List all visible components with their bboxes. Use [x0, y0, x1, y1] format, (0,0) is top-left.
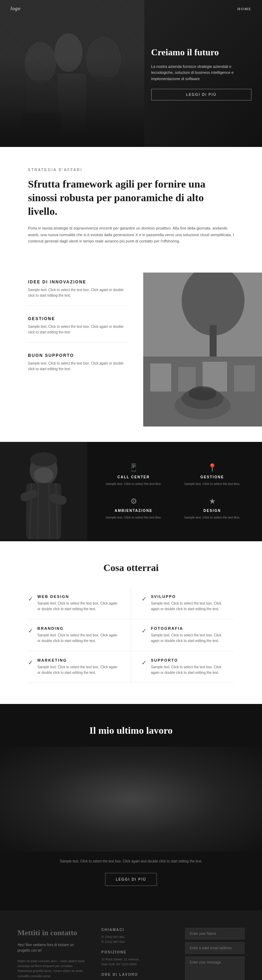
form-name-input[interactable] [185, 928, 245, 939]
cosa-item-sviluppo: ✓ SVILUPPO Sample text. Click to select … [131, 587, 234, 619]
contatti-section: Mettiti in contatto Hey! Non vediamo for… [0, 910, 262, 980]
strategia-body: Porta in tavola strategie di sopravviven… [28, 225, 234, 245]
feature-item-gestione: GESTIONE Sample text. Click to select th… [28, 316, 129, 342]
form-email-input[interactable] [185, 942, 245, 954]
svg-point-20 [189, 386, 216, 400]
cosa-item-branding: ✓ BRANDING Sample text. Click to select … [28, 619, 131, 651]
svg-rect-46 [61, 795, 65, 800]
check-icon-supporto: ✓ [142, 659, 147, 667]
dark-feature-text-2: Sample text. Click to select the text Bo… [98, 515, 169, 520]
features-list: IDEE DI INNOVAZIONE Sample text. Click t… [0, 272, 143, 428]
hero-content: Creiamo il futuro La nostra azienda forn… [144, 0, 262, 147]
form-message-textarea[interactable] [185, 956, 245, 980]
cosa-title-branding: BRANDING [37, 626, 120, 630]
contatti-inner: Mettiti in contatto Hey! Non vediamo for… [0, 928, 262, 980]
check-icon-marketing: ✓ [28, 659, 33, 667]
feature-title-gestione: GESTIONE [28, 316, 129, 321]
dark-band-section: 📱 CALL CENTER Sample text. Click to sele… [0, 442, 262, 541]
contatti-body: Etiam sit amet consutis arcu – class apt… [17, 959, 87, 979]
posizione-line2: New York, NY 2103-9000 [101, 962, 171, 967]
contatti-form: Invia [185, 928, 245, 980]
svg-rect-14 [150, 364, 171, 391]
cosa-title-supporto: SUPPORTO [151, 658, 227, 662]
features-image-svg [143, 272, 262, 426]
hero-image-svg [0, 0, 144, 147]
feature-text-idee: Sample text. Click to select the text bo… [28, 287, 129, 298]
svg-rect-15 [178, 367, 196, 391]
check-icon-web-design: ✓ [28, 595, 33, 603]
dark-feature-text-3: Sample text. Click to select the text Bo… [177, 515, 248, 520]
svg-rect-24 [30, 458, 57, 463]
contatti-col1: Mettiti in contatto Hey! Non vediamo for… [17, 928, 87, 980]
dark-feature-title-3: DESIGN [177, 509, 248, 512]
settings-icon: ⚙ [98, 497, 169, 506]
cosa-title-web-design: WEB DESIGN [37, 595, 120, 599]
lavoro-text: Sample text. Click to select the text bo… [0, 859, 262, 864]
dark-feature-gestione: 📍 GESTIONE Sample text. Click to select … [177, 463, 248, 487]
cosa-title-fotografia: FOTOGRAFIA [151, 626, 227, 630]
svg-rect-6 [88, 77, 123, 143]
svg-rect-5 [58, 73, 86, 143]
svg-rect-43 [30, 806, 35, 811]
feature-text-supporto: Sample text. Click to select the text bo… [28, 361, 129, 372]
feature-title-supporto: BUON SUPPORTO [28, 353, 129, 358]
hero-cta-button[interactable]: LEGGI DI PIÙ [151, 89, 252, 100]
check-icon-sviluppo: ✓ [142, 595, 147, 603]
svg-rect-49 [147, 797, 152, 803]
svg-rect-37 [73, 782, 105, 851]
dark-feature-call-center: 📱 CALL CENTER Sample text. Click to sele… [98, 463, 169, 487]
svg-rect-9 [21, 114, 60, 137]
hero-background: Creiamo il futuro La nostra azienda forn… [0, 0, 262, 147]
dark-feature-ambientazione: ⚙ AMBIENTAZIONE Sample text. Click to se… [98, 497, 169, 520]
check-icon-branding: ✓ [28, 627, 33, 635]
cosa-text-sviluppo: Sample text. Click to select the text bo… [151, 601, 227, 612]
dark-feature-text-0: Sample text. Click to select the text Bo… [98, 482, 169, 487]
svg-rect-44 [21, 817, 26, 822]
feature-text-gestione: Sample text. Click to select the text bo… [28, 324, 129, 335]
svg-rect-36 [49, 789, 70, 851]
svg-rect-0 [0, 0, 144, 147]
hero-image [0, 0, 144, 147]
cosa-title-marketing: MARKETING [37, 658, 120, 662]
ore-label: ORE DI LAVORO [101, 973, 171, 977]
features-image [143, 272, 262, 428]
cosa-text-fotografia: Sample text. Click to select the text bo… [151, 633, 227, 644]
contatti-col2: CHIAMACI ✆ (234) 567-891 ✆ (234) 987-654… [101, 928, 171, 980]
dark-features-grid: 📱 CALL CENTER Sample text. Click to sele… [87, 442, 262, 541]
posizione-label: POSIZIONE [101, 950, 171, 954]
cosa-section: Cosa otterrai ✓ WEB DESIGN Sample text. … [0, 541, 262, 704]
strategia-tag: STRATEGIA D'AFFARI [28, 168, 234, 172]
lavoro-cta-button[interactable]: LEGGI DI PIÙ [105, 873, 157, 886]
svg-rect-8 [20, 112, 62, 140]
cosa-item-web-design: ✓ WEB DESIGN Sample text. Click to selec… [28, 587, 131, 619]
lavoro-image [0, 747, 262, 851]
lavoro-image-svg [0, 747, 262, 851]
feature-title-idee: IDEE DI INNOVAZIONE [28, 280, 129, 285]
strategia-title: Sfrutta framework agili per fornire una … [28, 177, 234, 218]
cosa-grid: ✓ WEB DESIGN Sample text. Click to selec… [28, 587, 234, 683]
svg-rect-35 [17, 799, 46, 851]
cosa-text-marketing: Sample text. Click to select the text bo… [37, 664, 120, 676]
contatti-subtitle: Hey! Non vediamo fora di iniziare un pro… [17, 942, 87, 953]
svg-rect-48 [155, 787, 161, 792]
hero-description: La nostra azienda fornisce strategie azi… [151, 64, 252, 82]
svg-point-2 [55, 33, 82, 72]
svg-line-28 [38, 483, 38, 539]
phone-icon: 📱 [98, 463, 169, 473]
dark-feature-design: ★ DESIGN Sample text. Click to select th… [177, 497, 248, 520]
strategia-section: STRATEGIA D'AFFARI Sfrutta framework agi… [0, 147, 262, 266]
cosa-title-sviluppo: SVILUPPO [151, 595, 227, 599]
chiamaci-label: CHIAMACI [101, 928, 171, 932]
hero-section: logo HOME [0, 0, 262, 147]
svg-rect-39 [136, 778, 171, 851]
svg-rect-38 [108, 792, 133, 851]
home-link[interactable]: HOME [238, 6, 251, 11]
features-section: IDEE DI INNOVAZIONE Sample text. Click t… [0, 266, 262, 442]
location-icon: 📍 [177, 463, 248, 473]
svg-rect-33 [0, 747, 262, 851]
cosa-text-web-design: Sample text. Click to select the text bo… [37, 601, 120, 612]
svg-rect-45 [54, 795, 58, 800]
navbar: logo HOME [0, 0, 262, 18]
feature-item-idee: IDEE DI INNOVAZIONE Sample text. Click t… [28, 280, 129, 306]
chiamaci-line1: ✆ (234) 567-891 [101, 934, 171, 939]
